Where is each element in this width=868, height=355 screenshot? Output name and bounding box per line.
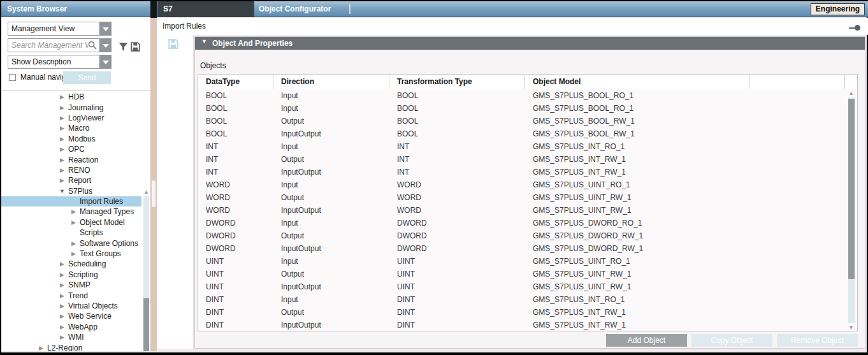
search-combobox[interactable]: Search Management View	[8, 38, 112, 52]
tree-expand-icon[interactable]: ▶	[58, 324, 66, 330]
search-input[interactable]: Search Management View	[11, 39, 88, 52]
tree-expand-icon[interactable]: ▶	[58, 313, 66, 319]
add-object-button[interactable]: Add Object	[606, 334, 687, 347]
table-row[interactable]: BOOLInputBOOLGMS_S7PLUS_BOOL_RO_1	[198, 102, 847, 115]
table-row[interactable]: INTInputINTGMS_S7PLUS_INT_RO_1	[198, 140, 847, 153]
tree-item-logviewer[interactable]: ▶LogViewer	[1, 113, 141, 123]
table-row[interactable]: DWORDOutputDWORDGMS_S7PLUS_DWORD_RW_1	[198, 229, 847, 242]
tree-item-object-model[interactable]: ▶Object Model	[1, 217, 141, 228]
tree-expand-icon[interactable]: ▶	[58, 136, 66, 142]
filter-icon[interactable]	[118, 41, 129, 52]
tree-item-opc[interactable]: ▶OPC	[1, 144, 141, 154]
table-row[interactable]: WORDInputOutputWORDGMS_S7PLUS_UINT_RW_1	[198, 204, 847, 217]
table-row[interactable]: BOOLInputBOOLGMS_S7PLUS_BOOL_RO_1	[198, 89, 847, 102]
tree-collapse-icon[interactable]: ▼	[58, 188, 66, 194]
tree-item-reaction[interactable]: ▶Reaction	[1, 154, 141, 164]
tree-expand-icon[interactable]: ▶	[69, 240, 78, 247]
tree-item-scripts[interactable]: Scripts	[1, 228, 141, 238]
copy-object-button[interactable]: Copy Object	[691, 334, 772, 347]
table-row[interactable]: WORDInputWORDGMS_S7PLUS_UINT_RO_1	[198, 178, 847, 191]
scroll-down-icon[interactable]: ▼	[847, 324, 855, 331]
chevron-down-icon[interactable]	[99, 55, 111, 68]
tree-item-scheduling[interactable]: ▶Scheduling	[1, 259, 141, 269]
chevron-down-icon[interactable]	[99, 39, 111, 52]
chevron-down-icon[interactable]	[99, 22, 111, 35]
column-header-direction[interactable]: Direction	[273, 75, 389, 89]
tree-item-trend[interactable]: ▶Trend	[1, 290, 141, 300]
tree-expand-icon[interactable]: ▶	[58, 293, 66, 299]
tree-expand-icon[interactable]: ▶	[58, 303, 66, 309]
tree-item-web-service[interactable]: ▶Web Service	[1, 311, 141, 321]
table-scrollbar-thumb[interactable]	[848, 99, 855, 279]
tree-expand-icon[interactable]: ▶	[69, 219, 78, 226]
tree-expand-icon[interactable]: ▶	[58, 125, 66, 131]
table-row[interactable]: INTOutputINTGMS_S7PLUS_INT_RW_1	[198, 153, 847, 166]
save-icon[interactable]	[168, 38, 179, 50]
view-selector-dropdown[interactable]: Management View	[8, 22, 112, 36]
tree-scrollbar-thumb[interactable]	[143, 298, 149, 351]
tree-item-hdb[interactable]: ▶HDB	[1, 92, 141, 102]
tree-item-managed-types[interactable]: ▶Managed Types	[1, 206, 141, 217]
column-header-datatype[interactable]: DataType	[198, 75, 273, 89]
tree-expand-icon[interactable]: ▶	[69, 208, 78, 215]
scroll-up-icon[interactable]: ▲	[847, 90, 855, 96]
tree-item-software-options[interactable]: ▶Software Options	[1, 238, 141, 248]
tree-item-l2-region[interactable]: ▶L2-Region	[1, 342, 141, 351]
table-row[interactable]: DWORDInputDWORDGMS_S7PLUS_DWORD_RO_1	[198, 217, 847, 229]
tab-s7[interactable]: S7	[157, 1, 254, 17]
tree-item-text-groups[interactable]: ▶Text Groups	[1, 249, 141, 259]
tree-item-virtual-objects[interactable]: ▶Virtual Objects	[1, 301, 141, 311]
manual-navigation-checkbox[interactable]	[9, 74, 16, 81]
panel-header[interactable]: ▼ Object And Properties	[195, 37, 865, 50]
tree-expand-icon[interactable]: ▶	[58, 157, 66, 163]
tree-expand-icon[interactable]: ▶	[37, 345, 45, 351]
collapse-arrow-icon[interactable]: ▼	[201, 38, 207, 45]
table-row[interactable]: WORDOutputWORDGMS_S7PLUS_UINT_RW_1	[198, 191, 847, 204]
tree-item-macro[interactable]: ▶Macro	[1, 123, 141, 133]
tree-item-reno[interactable]: ▶RENO	[1, 165, 141, 175]
tree-expand-icon[interactable]: ▶	[58, 334, 66, 340]
scroll-up-icon[interactable]: ▲	[142, 189, 150, 195]
tree-item-import-rules[interactable]: Import Rules	[1, 196, 141, 206]
tree-item-webapp[interactable]: ▶WebApp	[1, 322, 141, 332]
table-row[interactable]: INTInputOutputINTGMS_S7PLUS_INT_RW_1	[198, 166, 847, 178]
tree-expand-icon[interactable]: ▶	[58, 261, 66, 267]
tree-item-s7plus[interactable]: ▼S7Plus	[1, 186, 141, 196]
tree-expand-icon[interactable]: ▶	[58, 282, 66, 288]
table-row[interactable]: BOOLInputOutputBOOLGMS_S7PLUS_BOOL_RW_1	[198, 127, 847, 140]
tree-expand-icon[interactable]: ▶	[69, 250, 78, 257]
table-row[interactable]: DINTOutputDINTGMS_S7PLUS_INT_RW_1	[198, 306, 847, 319]
splitter-grip-handle[interactable]	[152, 180, 156, 207]
send-button[interactable]: Send	[63, 71, 111, 84]
pin-icon[interactable]	[849, 25, 860, 31]
tree-expand-icon[interactable]: ▶	[58, 272, 66, 278]
tree-expand-icon[interactable]: ▶	[58, 115, 66, 121]
tree-expand-icon[interactable]: ▶	[58, 167, 66, 173]
table-row[interactable]: DINTInputOutputDINTGMS_S7PLUS_INT_RW_1	[198, 319, 847, 331]
tab-object-configurator[interactable]: Object Configurator	[259, 1, 331, 17]
tree-expand-icon[interactable]: ▶	[58, 94, 66, 100]
tree-item-wmi[interactable]: ▶WMI	[1, 332, 141, 342]
description-selector-dropdown[interactable]: Show Description	[8, 55, 112, 69]
tree-expand-icon[interactable]: ▶	[58, 105, 66, 111]
tree-item-snmp[interactable]: ▶SNMP	[1, 280, 141, 290]
tree-expand-icon[interactable]: ▶	[58, 146, 66, 152]
table-row[interactable]: UINTInputOutputUINTGMS_S7PLUS_UINT_RW_1	[198, 280, 847, 293]
panel-splitter[interactable]	[150, 1, 157, 351]
remove-object-button[interactable]: Remove Object	[777, 334, 858, 347]
table-row[interactable]: UINTOutputUINTGMS_S7PLUS_UINT_RW_1	[198, 268, 847, 280]
tree-item-journaling[interactable]: ▶Journaling	[1, 102, 141, 112]
tree-item-scripting[interactable]: ▶Scripting	[1, 270, 141, 280]
table-row[interactable]: UINTInputUINTGMS_S7PLUS_UINT_RO_1	[198, 255, 847, 268]
column-header-object-model[interactable]: Object Model	[525, 75, 749, 89]
engineering-mode-button[interactable]: Engineering	[811, 3, 865, 15]
table-row[interactable]: DWORDInputOutputDWORDGMS_S7PLUS_DWORD_RW…	[198, 242, 847, 255]
tree-item-modbus[interactable]: ▶Modbus	[1, 134, 141, 144]
tree-scrollbar[interactable]: ▲ ▼	[142, 189, 150, 351]
table-scrollbar[interactable]: ▲ ▼	[847, 90, 857, 331]
tree-expand-icon[interactable]: ▶	[58, 177, 66, 184]
save-icon[interactable]	[130, 41, 141, 52]
column-header-transformation-type[interactable]: Transformation Type	[389, 75, 525, 89]
tree-item-report[interactable]: ▶Report	[1, 175, 141, 185]
table-row[interactable]: BOOLOutputBOOLGMS_S7PLUS_BOOL_RW_1	[198, 115, 847, 127]
